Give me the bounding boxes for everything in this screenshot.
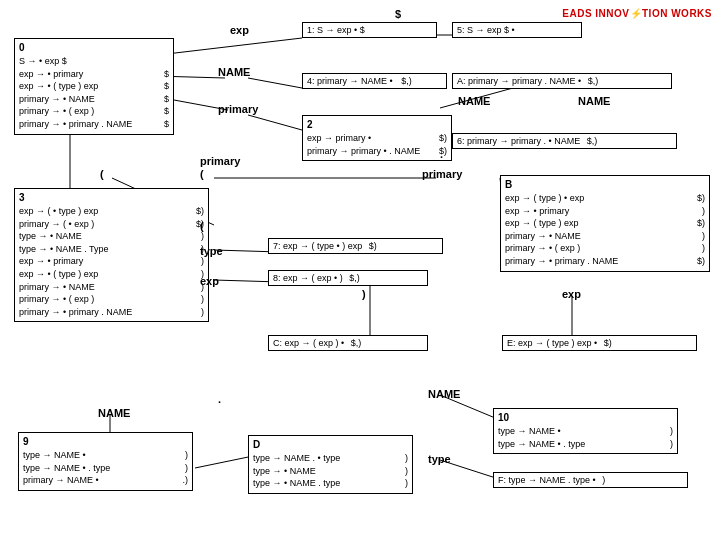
dot-label: . — [440, 148, 443, 160]
state-9-row-3: primary → NAME •.) — [23, 474, 188, 487]
state-0-title: 0 — [19, 42, 169, 53]
type-label-s3: type — [200, 245, 223, 257]
state-0-row-1: S → • exp $ — [19, 55, 169, 68]
state-E-rhs: $) — [604, 338, 612, 348]
state-10: 10 type → NAME •) type → NAME • . type) — [493, 408, 678, 454]
state-C-label: C: exp → ( exp ) • — [273, 338, 344, 348]
state-1: 1: S → exp • $ — [302, 22, 437, 38]
state-2-row-2: primary → primary • . NAME$) — [307, 145, 447, 158]
state-8-rhs: $,) — [349, 273, 360, 283]
state-D: D type → NAME . • type) type → • NAME) t… — [248, 435, 413, 494]
state-A: A: primary → primary . NAME • $,) — [452, 73, 672, 89]
svg-line-5 — [248, 115, 302, 130]
primary-label-mid-l: primary — [200, 155, 240, 167]
state-8: 8: exp → ( exp • ) $,) — [268, 270, 428, 286]
state-A-label: A: primary → primary . NAME • — [457, 76, 581, 86]
state-0: 0 S → • exp $ exp → • primary$ exp → • (… — [14, 38, 174, 135]
state-0-row-5: primary → • ( exp )$ — [19, 105, 169, 118]
state-3-row-5: exp → • primary) — [19, 255, 204, 268]
state-B-title: B — [505, 179, 705, 190]
state-A-rhs: $,) — [588, 76, 599, 86]
state-B: B exp → ( type ) • exp$) exp → • primary… — [500, 175, 710, 272]
state-B-row-2: exp → • primary) — [505, 205, 705, 218]
state-10-title: 10 — [498, 412, 673, 423]
state-3-row-9: primary → • primary . NAME) — [19, 306, 204, 319]
state-5: 5: S → exp $ • — [452, 22, 582, 38]
dot-label-bottom: . — [218, 393, 221, 405]
state-D-title: D — [253, 439, 408, 450]
state-2: 2 exp → primary •$) primary → primary • … — [302, 115, 452, 161]
name-label-2a: NAME — [458, 95, 490, 107]
state-B-row-6: primary → • primary . NAME$) — [505, 255, 705, 268]
primary-label-top: primary — [218, 103, 258, 115]
logo-text: EADS INNOV⚡TION WORKS — [562, 8, 712, 19]
state-B-row-1: exp → ( type ) • exp$) — [505, 192, 705, 205]
name-label-2b: NAME — [578, 95, 610, 107]
state-F-rhs: ) — [602, 475, 605, 485]
state-7-rhs: $) — [369, 241, 377, 251]
state-E: E: exp → ( type ) exp • $) — [502, 335, 697, 351]
state-F-label: F: type → NAME . type • — [498, 475, 596, 485]
state-3-row-8: primary → • ( exp )) — [19, 293, 204, 306]
state-C: C: exp → ( exp ) • $,) — [268, 335, 428, 351]
exp-label-s3: exp — [200, 275, 219, 287]
state-10-row-1: type → NAME •) — [498, 425, 673, 438]
state-0-row-3: exp → • ( type ) exp$ — [19, 80, 169, 93]
state-8-label: 8: exp → ( exp • ) — [273, 273, 343, 283]
state-2-title: 2 — [307, 119, 447, 130]
state-3-row-3: type → • NAME) — [19, 230, 204, 243]
logo-lightning: ⚡ — [630, 8, 643, 19]
state-F: F: type → NAME . type • ) — [493, 472, 688, 488]
svg-line-0 — [158, 38, 302, 55]
state-3-row-1: exp → ( • type ) exp$) — [19, 205, 204, 218]
logo: EADS INNOV⚡TION WORKS — [562, 8, 712, 19]
paren-s3-down: ( — [200, 220, 204, 232]
state-4-label: 4: primary → NAME • — [307, 76, 393, 86]
state-4-rhs: $,) — [401, 76, 412, 86]
state-9-title: 9 — [23, 436, 188, 447]
paren-open-left: ( — [100, 168, 104, 180]
name-label-d: NAME — [428, 388, 460, 400]
exp-label-b: exp — [562, 288, 581, 300]
state-0-row-2: exp → • primary$ — [19, 68, 169, 81]
state-7: 7: exp → ( type • ) exp $) — [268, 238, 443, 254]
state-3-title: 3 — [19, 192, 204, 203]
state-3-row-7: primary → • NAME) — [19, 281, 204, 294]
dollar-label-top: $ — [395, 8, 401, 20]
state-B-row-4: primary → • NAME) — [505, 230, 705, 243]
state-6-label: 6: primary → primary . • NAME — [457, 136, 580, 146]
state-6-rhs: $,) — [587, 136, 598, 146]
state-4: 4: primary → NAME • $,) — [302, 73, 447, 89]
state-10-row-2: type → NAME • . type) — [498, 438, 673, 451]
state-7-label: 7: exp → ( type • ) exp — [273, 241, 362, 251]
state-2-row-1: exp → primary •$) — [307, 132, 447, 145]
state-9-row-1: type → NAME •) — [23, 449, 188, 462]
state-C-rhs: $,) — [351, 338, 362, 348]
state-B-row-3: exp → ( type ) exp$) — [505, 217, 705, 230]
state-6: 6: primary → primary . • NAME $,) — [452, 133, 677, 149]
state-0-row-4: primary → • NAME$ — [19, 93, 169, 106]
primary-label-mid-r: primary — [422, 168, 462, 180]
state-D-row-1: type → NAME . • type) — [253, 452, 408, 465]
state-9: 9 type → NAME •) type → NAME • . type) p… — [18, 432, 193, 491]
state-5-label: 5: S → exp $ • — [457, 25, 515, 35]
paren-close-label: ) — [362, 288, 366, 300]
state-3-row-4: type → • NAME . Type) — [19, 243, 204, 256]
paren-open-mid: ( — [200, 168, 204, 180]
state-3-row-2: primary → ( • exp )$) — [19, 218, 204, 231]
state-9-row-2: type → NAME • . type) — [23, 462, 188, 475]
svg-line-3 — [248, 78, 302, 88]
name-label-top: NAME — [218, 66, 250, 78]
state-3-row-6: exp → • ( type ) exp) — [19, 268, 204, 281]
state-D-row-3: type → • NAME . type) — [253, 477, 408, 490]
state-3: 3 exp → ( • type ) exp$) primary → ( • e… — [14, 188, 209, 322]
state-1-label: 1: S → exp • $ — [307, 25, 365, 35]
exp-label-top: exp — [230, 24, 249, 36]
state-B-row-5: primary → • ( exp )) — [505, 242, 705, 255]
type-label-bottom: type — [428, 453, 451, 465]
state-D-row-2: type → • NAME) — [253, 465, 408, 478]
state-E-label: E: exp → ( type ) exp • — [507, 338, 597, 348]
state-0-row-6: primary → • primary . NAME$ — [19, 118, 169, 131]
name-label-mid: NAME — [98, 407, 130, 419]
